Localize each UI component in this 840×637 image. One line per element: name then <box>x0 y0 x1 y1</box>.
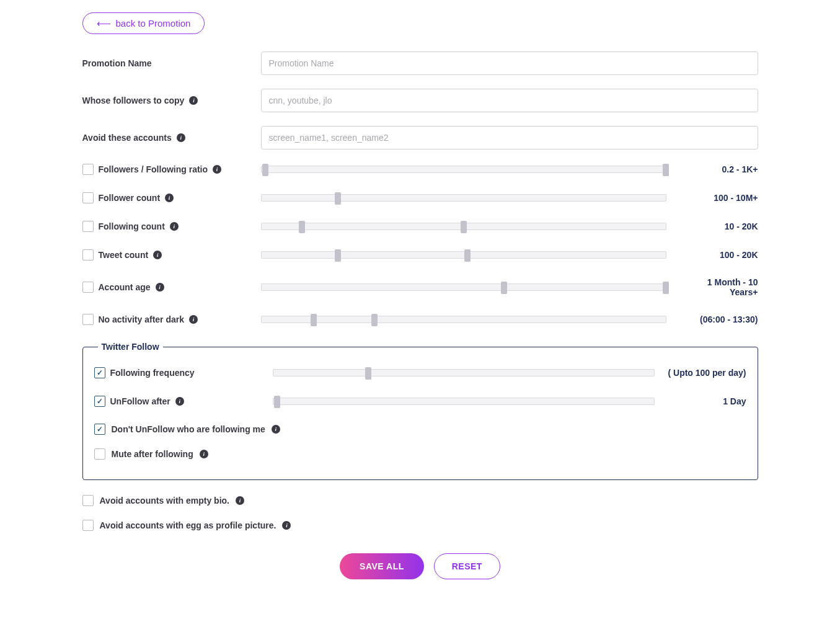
following_cnt-slider-handle-1[interactable] <box>461 221 467 233</box>
tweet_cnt-slider-handle-1[interactable] <box>464 249 471 262</box>
back-button-label: back to Promotion <box>116 18 191 29</box>
twitter-follow-legend: Twitter Follow <box>98 342 163 352</box>
following_cnt-label: Following count <box>99 221 165 231</box>
check-icon: ✓ <box>97 397 103 406</box>
following-frequency-checkbox[interactable]: ✓ <box>94 367 105 378</box>
no_activity-slider-handle-1[interactable] <box>371 314 378 326</box>
avoid-egg-pic-checkbox[interactable]: ✓ <box>82 520 94 531</box>
arrow-left-icon: ⟵ <box>97 19 111 29</box>
ratio-label: Followers / Following ratio <box>99 164 208 174</box>
info-icon[interactable]: i <box>282 521 291 530</box>
info-icon[interactable]: i <box>170 222 179 231</box>
info-icon[interactable]: i <box>272 425 280 434</box>
no_activity-slider[interactable] <box>261 316 666 323</box>
follower_cnt-checkbox[interactable]: ✓ <box>82 192 94 203</box>
info-icon[interactable]: i <box>165 194 174 202</box>
info-icon[interactable]: i <box>236 496 244 505</box>
account_age-value: 1 Month - 10 Years+ <box>671 277 758 297</box>
unfollow-after-slider-handle-0[interactable] <box>274 396 280 408</box>
follower_cnt-value: 100 - 10M+ <box>671 193 758 203</box>
tweet_cnt-slider[interactable] <box>261 251 666 259</box>
followers-copy-label: Whose followers to copy <box>82 96 185 105</box>
check-icon: ✓ <box>97 425 103 434</box>
no_activity-label: No activity after dark <box>99 314 185 324</box>
following_cnt-slider[interactable] <box>261 223 666 230</box>
account_age-slider-handle-1[interactable] <box>663 282 669 294</box>
twitter-follow-group: Twitter Follow ✓Following frequency( Upt… <box>82 342 758 480</box>
back-to-promotion-button[interactable]: ⟵ back to Promotion <box>82 12 205 34</box>
ratio-slider-handle-0[interactable] <box>262 164 268 176</box>
no_activity-slider-handle-0[interactable] <box>311 314 317 326</box>
following-frequency-slider[interactable] <box>273 369 655 376</box>
tweet_cnt-checkbox[interactable]: ✓ <box>82 249 94 261</box>
following_cnt-checkbox[interactable]: ✓ <box>82 221 94 232</box>
info-icon[interactable]: i <box>177 133 185 142</box>
promotion-name-label: Promotion Name <box>82 58 152 68</box>
check-icon: ✓ <box>97 368 103 377</box>
unfollow-after-checkbox[interactable]: ✓ <box>94 396 105 407</box>
info-icon[interactable]: i <box>200 450 208 458</box>
unfollow-after-slider[interactable] <box>273 398 655 405</box>
tweet_cnt-value: 100 - 20K <box>671 250 758 260</box>
ratio-slider[interactable] <box>261 166 666 173</box>
no_activity-checkbox[interactable]: ✓ <box>82 314 94 325</box>
followers-copy-input[interactable] <box>261 89 758 112</box>
ratio-value: 0.2 - 1K+ <box>671 164 758 174</box>
avoid-empty-bio-label: Avoid accounts with empty bio. <box>100 496 230 506</box>
follower_cnt-label: Follower count <box>99 193 161 203</box>
info-icon[interactable]: i <box>213 165 221 174</box>
tweet_cnt-slider-handle-0[interactable] <box>335 249 341 262</box>
save-all-button[interactable]: SAVE ALL <box>340 553 424 579</box>
info-icon[interactable]: i <box>156 283 164 292</box>
unfollow-after-value: 1 Day <box>660 396 746 406</box>
following_cnt-slider-handle-0[interactable] <box>299 221 305 233</box>
account_age-slider[interactable] <box>261 283 666 291</box>
dont-unfollow-label: Don't UnFollow who are following me <box>112 424 265 434</box>
avoid-egg-pic-label: Avoid accounts with egg as profile pictu… <box>100 520 276 530</box>
following_cnt-value: 10 - 20K <box>671 221 758 231</box>
follower_cnt-slider-handle-0[interactable] <box>335 192 341 205</box>
following-frequency-label: Following frequency <box>110 368 195 378</box>
account_age-slider-handle-0[interactable] <box>501 282 507 294</box>
mute-after-checkbox[interactable]: ✓ <box>94 448 105 460</box>
unfollow-after-label: UnFollow after <box>110 396 170 406</box>
info-icon[interactable]: i <box>175 397 184 406</box>
reset-button[interactable]: RESET <box>434 553 500 579</box>
dont-unfollow-checkbox[interactable]: ✓ <box>94 424 105 435</box>
following-frequency-value: ( Upto 100 per day) <box>660 368 746 378</box>
promotion-name-input[interactable] <box>261 51 758 75</box>
info-icon[interactable]: i <box>189 315 198 324</box>
account_age-checkbox[interactable]: ✓ <box>82 282 94 293</box>
no_activity-value: (06:00 - 13:30) <box>671 314 758 324</box>
tweet_cnt-label: Tweet count <box>99 250 149 260</box>
avoid-accounts-input[interactable] <box>261 126 758 149</box>
follower_cnt-slider[interactable] <box>261 194 666 202</box>
following-frequency-slider-handle-0[interactable] <box>365 367 371 380</box>
account_age-label: Account age <box>99 282 151 292</box>
info-icon[interactable]: i <box>153 251 162 259</box>
info-icon[interactable]: i <box>189 96 198 105</box>
mute-after-label: Mute after following <box>112 449 193 459</box>
avoid-accounts-label: Avoid these accounts <box>82 133 172 143</box>
ratio-slider-handle-1[interactable] <box>663 164 669 176</box>
avoid-empty-bio-checkbox[interactable]: ✓ <box>82 495 94 506</box>
ratio-checkbox[interactable]: ✓ <box>82 164 94 175</box>
